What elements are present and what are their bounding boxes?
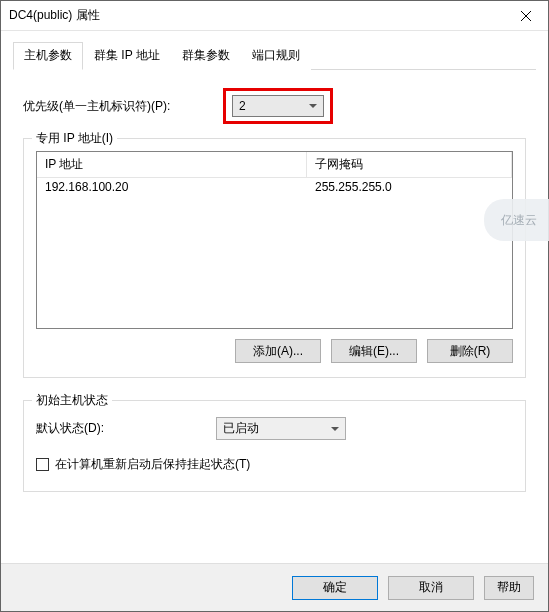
checkbox-box: [36, 458, 49, 471]
panel-host-params: 优先级(单一主机标识符)(P): 2 专用 IP 地址(I) IP 地址 子网掩…: [13, 70, 536, 492]
checkbox-label: 在计算机重新启动后保持挂起状态(T): [55, 456, 250, 473]
watermark: 亿速云: [484, 199, 549, 241]
priority-label: 优先级(单一主机标识符)(P):: [23, 98, 223, 115]
edit-button[interactable]: 编辑(E)...: [331, 339, 417, 363]
tab-port-rules[interactable]: 端口规则: [241, 42, 311, 70]
ip-table[interactable]: IP 地址 子网掩码 192.168.100.20 255.255.255.0: [36, 151, 513, 329]
tab-label: 端口规则: [252, 48, 300, 62]
ip-button-row: 添加(A)... 编辑(E)... 删除(R): [36, 339, 513, 363]
btn-label: 确定: [323, 579, 347, 596]
chevron-down-icon: [309, 104, 317, 108]
header-ip[interactable]: IP 地址: [37, 152, 307, 177]
remove-button[interactable]: 删除(R): [427, 339, 513, 363]
cell-ip: 192.168.100.20: [37, 178, 307, 196]
state-row: 默认状态(D): 已启动: [36, 417, 513, 440]
btn-label: 删除(R): [450, 343, 491, 360]
tab-label: 群集 IP 地址: [94, 48, 160, 62]
btn-label: 帮助: [497, 579, 521, 596]
ipgroup-title: 专用 IP 地址(I): [32, 130, 117, 147]
tab-cluster-params[interactable]: 群集参数: [171, 42, 241, 70]
priority-combobox[interactable]: 2: [232, 95, 324, 117]
chevron-down-icon: [331, 427, 339, 431]
tab-strip: 主机参数 群集 IP 地址 群集参数 端口规则: [13, 41, 536, 70]
ipgroup: 专用 IP 地址(I) IP 地址 子网掩码 192.168.100.20 25…: [23, 138, 526, 378]
state-title: 初始主机状态: [32, 392, 112, 409]
tab-label: 群集参数: [182, 48, 230, 62]
footer: 确定 取消 帮助: [1, 563, 548, 611]
state-group: 初始主机状态 默认状态(D): 已启动 在计算机重新启动后保持挂起状态(T): [23, 400, 526, 492]
table-header: IP 地址 子网掩码: [37, 152, 512, 178]
ok-button[interactable]: 确定: [292, 576, 378, 600]
priority-value: 2: [239, 99, 246, 113]
close-button[interactable]: [503, 1, 548, 30]
cancel-button[interactable]: 取消: [388, 576, 474, 600]
tab-cluster-ip[interactable]: 群集 IP 地址: [83, 42, 171, 70]
tab-host-params[interactable]: 主机参数: [13, 42, 83, 70]
close-icon: [521, 11, 531, 21]
btn-label: 取消: [419, 579, 443, 596]
title-bar: DC4(public) 属性: [1, 1, 548, 31]
table-row[interactable]: 192.168.100.20 255.255.255.0: [37, 178, 512, 196]
cell-mask: 255.255.255.0: [307, 178, 512, 196]
state-combobox[interactable]: 已启动: [216, 417, 346, 440]
state-value: 已启动: [223, 420, 259, 437]
priority-highlight: 2: [223, 88, 333, 124]
watermark-text: 亿速云: [501, 212, 537, 229]
header-mask[interactable]: 子网掩码: [307, 152, 512, 177]
btn-label: 添加(A)...: [253, 343, 303, 360]
btn-label: 编辑(E)...: [349, 343, 399, 360]
add-button[interactable]: 添加(A)...: [235, 339, 321, 363]
suspend-checkbox[interactable]: 在计算机重新启动后保持挂起状态(T): [36, 456, 513, 473]
priority-row: 优先级(单一主机标识符)(P): 2: [23, 88, 526, 124]
state-label: 默认状态(D):: [36, 420, 216, 437]
window-title: DC4(public) 属性: [9, 7, 503, 24]
dialog-window: DC4(public) 属性 主机参数 群集 IP 地址 群集参数 端口规则 优…: [0, 0, 549, 612]
client-area: 主机参数 群集 IP 地址 群集参数 端口规则 优先级(单一主机标识符)(P):…: [1, 31, 548, 492]
tab-label: 主机参数: [24, 48, 72, 62]
help-button[interactable]: 帮助: [484, 576, 534, 600]
